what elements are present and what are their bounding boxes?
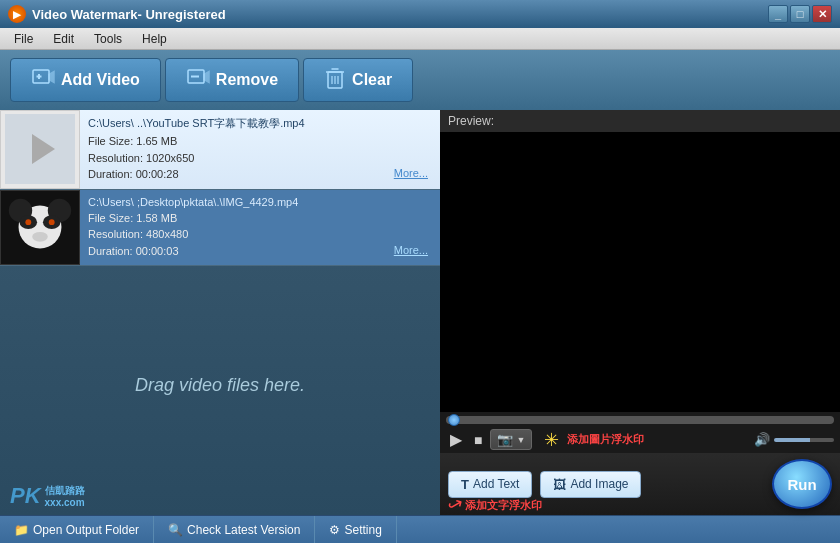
video-resolution: Resolution: 1020x650 xyxy=(88,150,432,167)
menu-bar: File Edit Tools Help xyxy=(0,28,840,50)
progress-thumb[interactable] xyxy=(448,414,460,426)
video-item[interactable]: C:\Users\ ..\YouTube SRT字幕下載教學.mp4 File … xyxy=(0,110,440,190)
video-more-link[interactable]: More... xyxy=(394,244,428,256)
folder-icon: 📁 xyxy=(14,523,29,537)
run-label: Run xyxy=(787,476,816,493)
menu-help[interactable]: Help xyxy=(132,30,177,48)
check-version-label: Check Latest Version xyxy=(187,523,300,537)
remove-label: Remove xyxy=(216,71,278,89)
add-image-label: Add Image xyxy=(570,477,628,491)
open-output-button[interactable]: 📁 Open Output Folder xyxy=(0,516,154,543)
left-panel: C:\Users\ ..\YouTube SRT字幕下載教學.mp4 File … xyxy=(0,110,440,515)
preview-area xyxy=(440,132,840,412)
app-icon: ▶ xyxy=(8,5,26,23)
camera-icon: 📷 xyxy=(497,432,513,447)
video-filesize: File Size: 1.58 MB xyxy=(88,210,432,227)
add-video-icon xyxy=(31,66,55,95)
video-thumbnail xyxy=(0,110,80,189)
video-duration: Duration: 00:00:28 xyxy=(88,168,179,180)
clear-button[interactable]: Clear xyxy=(303,58,413,102)
right-panel: Preview: ▶ ■ 📷 ▼ ✳ 添加圖片浮水印 🔊 xyxy=(440,110,840,515)
video-list: C:\Users\ ..\YouTube SRT字幕下載教學.mp4 File … xyxy=(0,110,440,294)
controls-row: ▶ ■ 📷 ▼ ✳ 添加圖片浮水印 🔊 xyxy=(440,426,840,453)
video-more-link[interactable]: More... xyxy=(394,167,428,179)
progress-bar[interactable] xyxy=(446,416,834,424)
setting-button[interactable]: ⚙ Setting xyxy=(315,516,396,543)
clear-label: Clear xyxy=(352,71,392,89)
add-video-button[interactable]: Add Video xyxy=(10,58,161,102)
toolbar: Add Video Remove Clear xyxy=(0,50,840,110)
sparkle-icon: ✳ xyxy=(544,429,559,451)
drag-area: Drag video files here. xyxy=(0,294,440,478)
remove-icon xyxy=(186,66,210,95)
volume-icon: 🔊 xyxy=(754,432,770,447)
pk-logo: PK 佶凱踏路xxx.com xyxy=(10,483,430,509)
svg-point-19 xyxy=(49,219,55,225)
annotation-image-label: 添加圖片浮水印 xyxy=(567,433,644,445)
minimize-button[interactable]: _ xyxy=(768,5,788,23)
menu-edit[interactable]: Edit xyxy=(43,30,84,48)
open-output-label: Open Output Folder xyxy=(33,523,139,537)
video-resolution: Resolution: 480x480 xyxy=(88,226,432,243)
setting-label: Setting xyxy=(344,523,381,537)
annotation-curved-arrow: ↩ xyxy=(444,492,468,519)
play-button[interactable]: ▶ xyxy=(446,428,466,451)
drag-text: Drag video files here. xyxy=(135,375,305,396)
add-video-label: Add Video xyxy=(61,71,140,89)
video-path: C:\Users\ ;Desktop\pktata\.\IMG_4429.mp4 xyxy=(88,196,432,208)
pk-logo-main: PK xyxy=(10,483,41,509)
video-filesize: File Size: 1.65 MB xyxy=(88,133,432,150)
stop-button[interactable]: ■ xyxy=(470,430,486,450)
camera-dropdown-icon: ▼ xyxy=(516,435,525,445)
video-path: C:\Users\ ..\YouTube SRT字幕下載教學.mp4 xyxy=(88,116,432,131)
status-bar: 📁 Open Output Folder 🔍 Check Latest Vers… xyxy=(0,515,840,543)
menu-tools[interactable]: Tools xyxy=(84,30,132,48)
video-item[interactable]: C:\Users\ ;Desktop\pktata\.\IMG_4429.mp4… xyxy=(0,190,440,267)
preview-label: Preview: xyxy=(440,110,840,132)
video-thumbnail xyxy=(0,190,80,266)
gear-icon: ⚙ xyxy=(329,523,340,537)
remove-button[interactable]: Remove xyxy=(165,58,299,102)
video-info: C:\Users\ ..\YouTube SRT字幕下載教學.mp4 File … xyxy=(80,110,440,189)
camera-button[interactable]: 📷 ▼ xyxy=(490,429,532,450)
add-text-icon: T xyxy=(461,477,469,492)
check-version-button[interactable]: 🔍 Check Latest Version xyxy=(154,516,315,543)
video-duration: Duration: 00:00:03 xyxy=(88,245,179,257)
close-button[interactable]: ✕ xyxy=(812,5,832,23)
watermark-row: T Add Text 🖼 Add Image ↩ 添加文字浮水印 Run xyxy=(440,453,840,515)
title-bar: ▶ Video Watermark- Unregistered _ □ ✕ xyxy=(0,0,840,28)
pk-logo-sub: 佶凱踏路xxx.com xyxy=(45,485,85,509)
search-icon: 🔍 xyxy=(168,523,183,537)
add-image-button[interactable]: 🖼 Add Image xyxy=(540,471,641,498)
svg-point-18 xyxy=(25,219,31,225)
run-button[interactable]: Run xyxy=(772,459,832,509)
app-title: Video Watermark- Unregistered xyxy=(32,7,768,22)
maximize-button[interactable]: □ xyxy=(790,5,810,23)
add-image-icon: 🖼 xyxy=(553,477,566,492)
menu-file[interactable]: File xyxy=(4,30,43,48)
video-info: C:\Users\ ;Desktop\pktata\.\IMG_4429.mp4… xyxy=(80,190,440,266)
volume-slider[interactable] xyxy=(774,438,834,442)
add-text-label: Add Text xyxy=(473,477,519,491)
annotation-text-label: 添加文字浮水印 xyxy=(465,498,542,513)
svg-point-20 xyxy=(32,232,48,242)
clear-icon xyxy=(324,66,346,95)
main-content: C:\Users\ ..\YouTube SRT字幕下載教學.mp4 File … xyxy=(0,110,840,515)
window-controls: _ □ ✕ xyxy=(768,5,832,23)
